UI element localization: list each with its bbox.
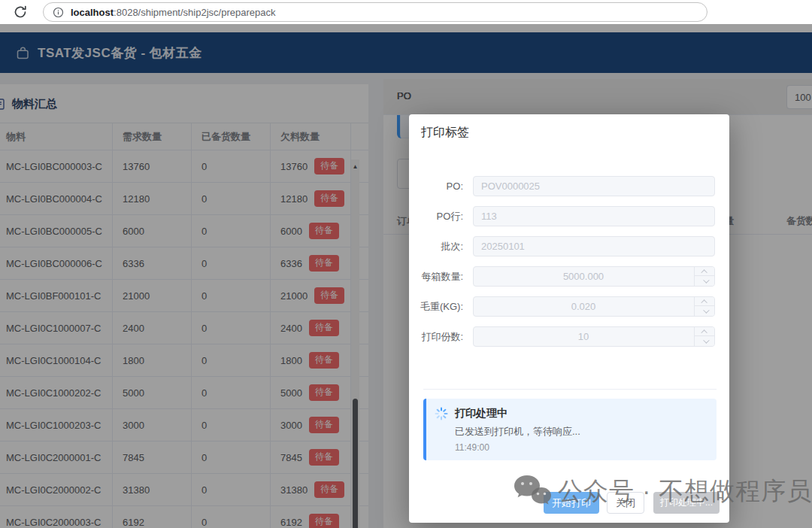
screen: localhost:8028/shipment/ship2jsc/prepare… (0, 0, 812, 528)
gross-weight-label: 毛重(KG): (409, 296, 463, 317)
po-line-field[interactable] (473, 206, 715, 226)
refresh-icon[interactable] (12, 4, 29, 20)
print-status-alert: 打印处理中 已发送到打印机，等待响应... 11:49:00 (423, 399, 717, 460)
dialog-form: PO: PO行: 批次: 每箱数量: (409, 176, 729, 357)
browser-bar: localhost:8028/shipment/ship2jsc/prepare… (0, 0, 812, 24)
number-spinner (694, 267, 714, 286)
close-button[interactable]: 关闭 (607, 492, 644, 514)
spinner-down-icon[interactable] (695, 307, 715, 316)
spinner-down-icon[interactable] (695, 337, 715, 346)
start-print-button[interactable]: 开始打印 (544, 492, 599, 514)
url-host: localhost (71, 7, 114, 18)
status-message: 已发送到打印机，等待响应... (455, 425, 706, 438)
print-copies-stepper[interactable] (473, 326, 715, 347)
info-icon[interactable] (53, 7, 64, 18)
spinner-up-icon[interactable] (695, 327, 715, 336)
url-text: localhost:8028/shipment/ship2jsc/prepare… (71, 7, 275, 18)
qty-per-box-label: 每箱数量: (409, 266, 463, 287)
number-spinner (694, 327, 714, 346)
spinner-up-icon[interactable] (695, 297, 715, 306)
status-title: 打印处理中 (455, 407, 508, 420)
print-label-dialog: 打印标签 PO: PO行: 批次: 每箱数量: (409, 114, 729, 523)
batch-label: 批次: (409, 236, 463, 256)
po-field[interactable] (473, 176, 715, 196)
divider (423, 389, 717, 390)
po-label: PO: (409, 176, 463, 196)
qty-per-box-stepper[interactable] (473, 266, 715, 287)
dialog-footer: 开始打印 关闭 打印处理中... (409, 492, 729, 514)
address-bar[interactable]: localhost:8028/shipment/ship2jsc/prepare… (43, 2, 707, 22)
po-line-label: PO行: (409, 206, 463, 226)
dialog-title: 打印标签 (421, 125, 469, 141)
spinner-up-icon[interactable] (695, 267, 715, 276)
gross-weight-stepper[interactable] (473, 296, 715, 317)
batch-field[interactable] (473, 236, 715, 256)
loading-spinner-icon (435, 407, 448, 420)
spinner-down-icon[interactable] (695, 277, 715, 286)
number-spinner (694, 297, 714, 316)
url-path: :8028/shipment/ship2jsc/preparepack (114, 7, 275, 18)
status-time: 11:49:00 (455, 442, 706, 453)
printing-status-button[interactable]: 打印处理中... (653, 492, 720, 514)
print-copies-label: 打印份数: (409, 326, 463, 347)
